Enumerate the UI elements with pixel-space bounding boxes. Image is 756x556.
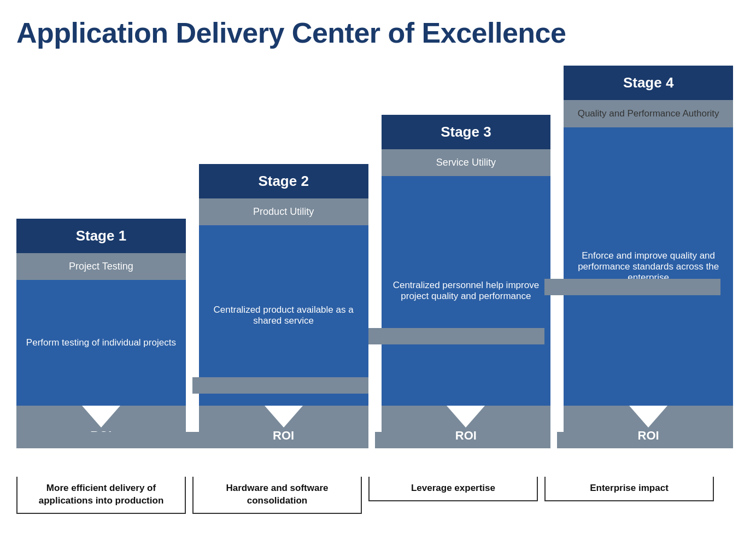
- below-labels: More efficient delivery of applications …: [16, 477, 740, 514]
- stair-platform-3: [368, 328, 544, 344]
- stage-4-column: Stage 4 Quality and Performance Authorit…: [564, 66, 733, 448]
- stage-2-roi-section: ROI: [199, 406, 368, 448]
- stage-1-column: Stage 1 Project Testing Perform testing …: [16, 219, 186, 448]
- stage-1-body: Perform testing of individual projects: [16, 280, 186, 406]
- stage-4-top-gray: Quality and Performance Authority: [564, 100, 733, 127]
- stage-3-column: Stage 3 Service Utility Centralized pers…: [382, 115, 551, 448]
- stair-platform-2: [192, 377, 368, 394]
- below-label-1: More efficient delivery of applications …: [16, 477, 186, 514]
- stage-1-roi-triangle: [82, 406, 120, 428]
- stage-4-roi-label: ROI: [638, 429, 659, 445]
- diagram-area: Stage 1 Project Testing Perform testing …: [0, 60, 756, 514]
- stage-2-roi-triangle: [265, 406, 303, 428]
- stage-1-utility: Project Testing: [16, 253, 186, 280]
- below-label-4: Enterprise impact: [544, 477, 714, 514]
- stage-4-roi-section: ROI: [564, 406, 733, 448]
- stage-3-body: Centralized personnel help improve proje…: [382, 176, 551, 406]
- below-label-4-text: Enterprise impact: [544, 477, 714, 501]
- stage-3-header: Stage 3: [382, 115, 551, 149]
- page-title: Application Delivery Center of Excellenc…: [0, 0, 756, 60]
- below-label-1-text: More efficient delivery of applications …: [16, 477, 186, 514]
- below-label-3-text: Leverage expertise: [368, 477, 538, 501]
- stage-3-utility: Service Utility: [382, 149, 551, 176]
- below-label-3: Leverage expertise: [368, 477, 538, 514]
- below-label-2-text: Hardware and software consolidation: [192, 477, 362, 514]
- stage-4-header: Stage 4: [564, 66, 733, 100]
- stage-2-column: Stage 2 Product Utility Centralized prod…: [199, 164, 368, 448]
- stage-4-roi-triangle: [629, 406, 667, 428]
- stage-3-roi-triangle: [447, 406, 485, 428]
- stage-2-utility: Product Utility: [199, 198, 368, 225]
- stage-2-header: Stage 2: [199, 164, 368, 198]
- stage-3-roi-label: ROI: [455, 429, 477, 445]
- stair-platform-4: [544, 279, 720, 295]
- stair-platform-1: [16, 432, 192, 448]
- stage-4-body: Enforce and improve quality and performa…: [564, 127, 733, 406]
- columns-row: Stage 1 Project Testing Perform testing …: [16, 77, 740, 448]
- stage-2-roi-label: ROI: [273, 429, 294, 445]
- below-label-2: Hardware and software consolidation: [192, 477, 362, 514]
- stage-1-header: Stage 1: [16, 219, 186, 253]
- stage-3-roi-section: ROI: [382, 406, 551, 448]
